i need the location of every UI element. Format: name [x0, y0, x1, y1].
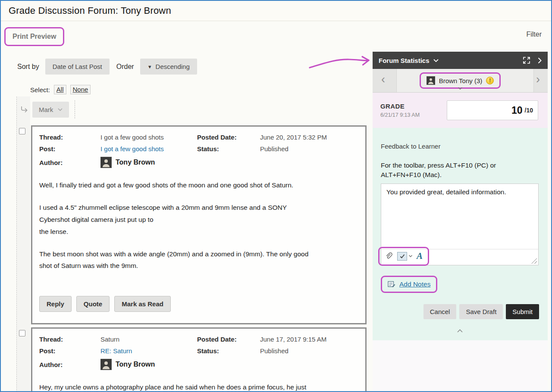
sort-row: Sort by Date of Last Post Order ▼ Descen…	[17, 59, 367, 75]
post-row: Thread: I got a few good shots Posted Da…	[16, 125, 367, 324]
forum-list: Sort by Date of Last Post Order ▼ Descen…	[6, 52, 367, 391]
forum-statistics-header: Forum Statistics	[373, 52, 548, 69]
student-avatar	[427, 76, 435, 85]
toolbar-separator	[75, 100, 75, 118]
author-avatar	[100, 157, 112, 168]
filter-button[interactable]: Filter	[526, 31, 542, 38]
expand-icon[interactable]	[523, 57, 530, 64]
grade-label: GRADE	[380, 103, 420, 110]
grade-input[interactable]: 10 /10	[447, 100, 538, 120]
post-label: Post:	[39, 347, 100, 355]
author-cell: Tony Brown	[100, 359, 358, 370]
add-notes-link[interactable]: Add Notes	[399, 280, 430, 288]
print-preview-label: Print Preview	[13, 33, 56, 40]
post-body: Hey, my uncle owns a photography place a…	[39, 381, 358, 392]
student-dropdown-caret-icon[interactable]	[458, 84, 463, 91]
post-label: Post:	[39, 145, 100, 152]
post-link[interactable]: I got a few good shots	[100, 145, 197, 152]
post-body: Well, I finally tried and got a few good…	[39, 179, 358, 272]
next-student-button[interactable]: ›	[536, 74, 540, 85]
checkbox-column	[16, 327, 31, 392]
previous-student-button[interactable]: ‹	[381, 74, 385, 85]
needs-grading-icon: !	[486, 77, 494, 84]
post-paragraph: The best moon shot was with a wide angle…	[39, 248, 358, 272]
print-preview-button[interactable]: Print Preview	[4, 27, 64, 46]
post-list: Thread: I got a few good shots Posted Da…	[6, 125, 367, 392]
add-notes-highlight: Add Notes	[381, 276, 437, 293]
author-label: Author:	[39, 361, 100, 368]
page-title: Grade Discussion Forum: Tony Brown	[9, 5, 171, 16]
posted-date-label: Posted Date:	[197, 134, 260, 141]
reply-button[interactable]: Reply	[39, 296, 72, 312]
select-none-link[interactable]: None	[70, 85, 91, 94]
feedback-textarea[interactable]: You provided great, detailed information…	[381, 184, 538, 249]
posted-date-value: June 20, 2017 5:32 PM	[260, 134, 358, 141]
thread-label: Thread:	[39, 134, 100, 141]
sub-header: Print Preview Filter	[1, 21, 551, 47]
grade-info: GRADE 6/21/17 9:13 AM	[380, 103, 420, 118]
cancel-button[interactable]: Cancel	[423, 304, 457, 319]
grade-timestamp: 6/21/17 9:13 AM	[380, 112, 420, 118]
author-name: Tony Brown	[116, 361, 155, 368]
mark-button[interactable]: Mark	[32, 102, 69, 118]
chevron-down-icon	[58, 108, 63, 111]
feedback-editor: You provided great, detailed information…	[381, 184, 539, 265]
sort-by-label: Sort by	[17, 63, 39, 71]
note-icon	[388, 280, 395, 288]
feedback-section: Feedback to Learner For the toolbar, pre…	[373, 128, 548, 340]
editor-toolbar-hint: For the toolbar, press ALT+F10 (PC) or A…	[381, 161, 530, 180]
mark-row: Mark	[20, 100, 367, 118]
page: Grade Discussion Forum: Tony Brown Print…	[0, 0, 552, 392]
collapse-section-button[interactable]	[381, 327, 539, 334]
descending-triangle-icon: ▼	[147, 64, 152, 69]
posted-date-label: Posted Date:	[197, 336, 260, 343]
chevron-down-icon	[433, 59, 439, 62]
posted-date-value: June 17, 2017 9:15 AM	[260, 336, 358, 343]
post-link[interactable]: RE: Saturn	[100, 347, 197, 355]
panel-controls	[523, 57, 542, 64]
sort-by-button[interactable]: Date of Last Post	[45, 59, 110, 75]
chevron-up-icon	[457, 329, 463, 333]
select-all-link[interactable]: All	[54, 85, 66, 94]
mark-label: Mark	[39, 106, 53, 113]
author-cell: Tony Brown	[100, 157, 358, 168]
grade-out-of: /10	[525, 107, 533, 114]
post-card: Thread: Saturn Posted Date: June 17, 201…	[31, 327, 367, 392]
sort-by-value: Date of Last Post	[53, 63, 102, 70]
save-draft-button[interactable]: Save Draft	[459, 304, 503, 319]
status-value: Published	[260, 145, 358, 152]
spellcheck-button[interactable]	[397, 252, 412, 261]
mark-as-read-button[interactable]: Mark as Read	[114, 296, 171, 312]
grade-value: 10	[511, 105, 523, 116]
apply-to-selected-arrow-icon	[20, 106, 28, 113]
editor-toolbar: A	[381, 249, 538, 265]
status-label: Status:	[197, 145, 260, 152]
post-checkbox[interactable]	[19, 330, 25, 336]
forum-statistics-toggle[interactable]: Forum Statistics	[379, 57, 439, 64]
status-value: Published	[260, 347, 358, 355]
post-paragraph: Hey, my uncle owns a photography place a…	[39, 381, 358, 392]
checkbox-column	[16, 125, 31, 324]
thread-value: Saturn	[100, 336, 197, 343]
order-button[interactable]: ▼ Descending	[140, 59, 197, 75]
post-meta: Thread: I got a few good shots Posted Da…	[39, 134, 358, 168]
spellcheck-icon	[397, 252, 407, 261]
forum-statistics-title: Forum Statistics	[379, 57, 430, 64]
grade-section: GRADE 6/21/17 9:13 AM 10 /10	[373, 93, 548, 128]
order-value: Descending	[156, 63, 190, 70]
attach-file-button[interactable]	[385, 252, 393, 260]
post-meta: Thread: Saturn Posted Date: June 17, 201…	[39, 336, 358, 370]
post-card: Thread: I got a few good shots Posted Da…	[31, 125, 367, 324]
editor-toolbar-highlight: A	[378, 247, 429, 266]
status-label: Status:	[197, 347, 260, 355]
student-navigation: ‹ Brown Tony (3) ! ›	[373, 69, 548, 93]
submit-button[interactable]: Submit	[506, 304, 539, 319]
collapse-panel-icon[interactable]	[538, 57, 542, 64]
font-style-button[interactable]: A	[417, 252, 423, 261]
feedback-actions: Cancel Save Draft Submit	[381, 304, 539, 319]
post-checkbox[interactable]	[19, 128, 25, 134]
thread-label: Thread:	[39, 336, 100, 343]
quote-button[interactable]: Quote	[76, 296, 110, 312]
student-name: Brown Tony (3)	[439, 77, 483, 84]
spellcheck-dropdown-caret-icon	[409, 255, 412, 257]
